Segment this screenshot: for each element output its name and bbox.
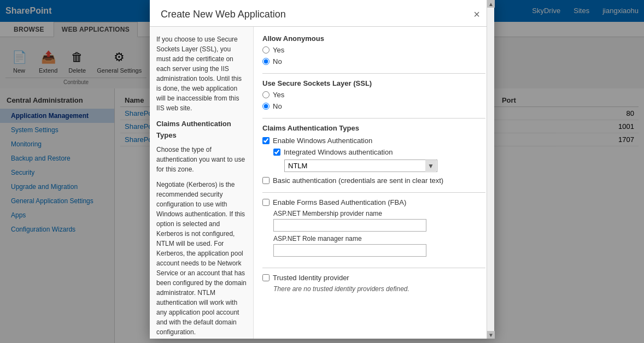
ssl-no-group: No [262,102,485,110]
fba-label[interactable]: Enable Forms Based Authentication (FBA) [262,198,485,206]
claims-auth-heading: Claims Authentication Types [156,119,247,141]
allow-anon-no-text: No [273,57,282,66]
enable-windows-auth-checkbox[interactable] [262,137,270,144]
enable-windows-auth-label[interactable]: Enable Windows Authentication [262,137,485,145]
divider-3 [262,192,485,193]
divider-4 [262,268,485,268]
allow-anon-no-group: No [262,57,485,66]
modal-right-panel: Allow Anonymous Yes No [254,27,494,339]
asp-role-label: ASP.NET Role manager name [273,235,485,243]
ssl-yes-label[interactable]: Yes [262,91,485,99]
divider-1 [262,73,485,74]
basic-auth-text: Basic authentication (credentials are se… [273,176,443,185]
ssl-label: Use Secure Sockets Layer (SSL) [262,79,485,87]
fba-text: Enable Forms Based Authentication (FBA) [273,198,406,206]
modal-header: Create New Web Application × [150,0,494,27]
basic-auth-label[interactable]: Basic authentication (credentials are se… [262,176,485,185]
fba-fields: ASP.NET Membership provider name ASP.NET… [273,210,485,260]
ntlm-dropdown-wrapper: NTLM Negotiate (Kerberos) ▼ [284,159,437,172]
allow-anon-no-radio[interactable] [262,58,270,65]
ssl-no-text: No [273,102,282,110]
ntlm-dropdown[interactable]: NTLM Negotiate (Kerberos) [284,159,437,172]
asp-role-input[interactable] [273,244,426,257]
modal-desc-negotiate: Negotiate (Kerberos) is the recommended … [156,180,247,337]
scroll-down-button[interactable]: ▼ [487,331,494,339]
trusted-identity-note-section: There are no trusted identity providers … [273,285,485,293]
claims-auth-label: Claims Authentication Types [262,124,485,132]
modal-desc-claims: Choose the type of authentication you wa… [156,145,247,174]
allow-anon-no-label[interactable]: No [262,57,485,66]
trusted-identity-label[interactable]: Trusted Identity provider [262,274,485,282]
modal-desc-ssl: If you choose to use Secure Sockets Laye… [156,34,247,113]
fba-checkbox[interactable] [262,199,270,206]
allow-anon-yes-text: Yes [273,46,284,54]
trusted-identity-section: Trusted Identity provider There are no t… [262,274,485,293]
modal-title: Create New Web Application [161,9,286,20]
integrated-windows-auth-checkbox[interactable] [273,149,280,156]
modal-close-button[interactable]: × [470,8,483,21]
ssl-section: Use Secure Sockets Layer (SSL) Yes No [262,79,485,110]
trusted-identity-checkbox[interactable] [262,274,270,281]
trusted-identity-text: Trusted Identity provider [273,274,349,282]
allow-anon-yes-radio[interactable] [262,46,270,54]
ssl-yes-text: Yes [273,91,284,99]
modal-overlay: Create New Web Application × If you choo… [0,0,644,343]
modal-left-panel: If you choose to use Secure Sockets Laye… [150,27,254,339]
ssl-no-label[interactable]: No [262,102,485,110]
integrated-windows-auth-label[interactable]: Integrated Windows authentication [273,148,485,156]
integrated-windows-section: Integrated Windows authentication NTLM N… [273,148,485,172]
enable-windows-auth-text: Enable Windows Authentication [273,137,372,145]
modal-create-web-app: Create New Web Application × If you choo… [150,0,494,339]
ssl-yes-group: Yes [262,91,485,99]
modal-body: If you choose to use Secure Sockets Laye… [150,27,494,339]
divider-2 [262,118,485,119]
trusted-identity-note: There are no trusted identity providers … [273,285,485,293]
allow-anon-yes-label[interactable]: Yes [262,46,485,54]
asp-membership-label: ASP.NET Membership provider name [273,210,485,217]
modal-scrollbar[interactable]: ▲ ▼ [487,27,494,339]
ssl-yes-radio[interactable] [262,91,270,98]
ssl-no-radio[interactable] [262,103,270,110]
ntlm-dropdown-row: NTLM Negotiate (Kerberos) ▼ [284,159,485,172]
fba-section: Enable Forms Based Authentication (FBA) … [262,198,485,260]
allow-anonymous-label: Allow Anonymous [262,34,485,43]
asp-membership-input[interactable] [273,219,426,232]
integrated-windows-auth-text: Integrated Windows authentication [284,148,393,156]
claims-auth-section: Claims Authentication Types Enable Windo… [262,124,485,185]
basic-auth-checkbox[interactable] [262,177,270,184]
allow-anonymous-section: Allow Anonymous Yes No [262,34,485,66]
allow-anon-yes-group: Yes [262,46,485,54]
